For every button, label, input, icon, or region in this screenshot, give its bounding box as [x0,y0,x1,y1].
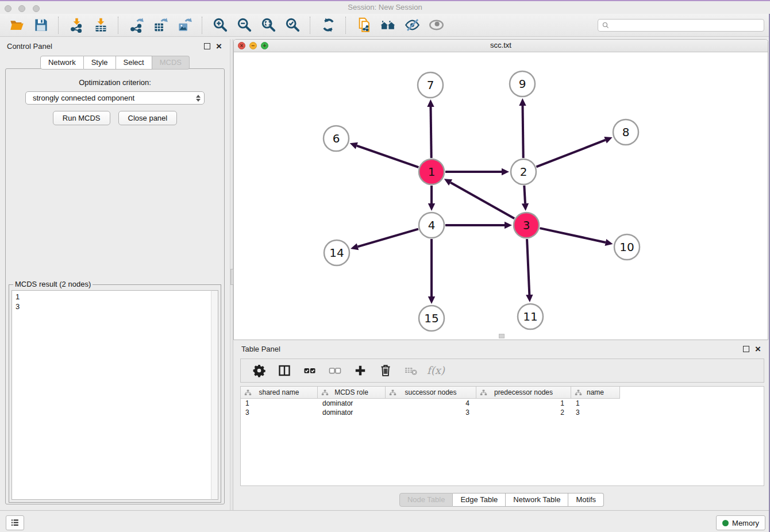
graph-edge-3-11[interactable] [527,239,529,295]
table-row[interactable]: 1dominator411 [241,399,764,408]
graph-edge-2-3[interactable] [524,186,525,203]
float-table-panel-icon[interactable] [743,346,749,352]
add-column-button[interactable] [350,361,371,380]
settings-gear-icon [252,364,266,377]
zoom-in-button[interactable] [208,16,232,35]
mcds-result-text[interactable]: 1 3 [11,290,218,500]
delete-table-button [401,361,421,380]
hierarchy-icon [480,390,487,396]
graph-edge-arrowhead [519,98,526,106]
hide-graphics-button[interactable] [400,16,424,35]
network-resize-handle[interactable] [499,334,505,338]
select-all-checkboxes-button[interactable] [299,361,320,380]
table-row[interactable]: 3dominator323 [241,408,764,417]
search-box[interactable] [598,19,764,32]
cell-MCDS-role[interactable]: dominator [318,399,386,407]
delete-rows-button[interactable] [375,361,396,380]
graph-edge-4-14[interactable] [357,229,418,247]
add-column-icon [353,364,367,377]
tab-motifs[interactable]: Motifs [568,493,604,507]
network-canvas[interactable]: 7968124314101511 [234,52,768,341]
cell-predecessor-nodes[interactable]: 2 [476,408,571,417]
memory-button[interactable]: Memory [716,515,765,530]
cell-shared-name[interactable]: 1 [241,399,318,407]
run-mcds-button[interactable]: Run MCDS [53,111,110,125]
graph-node-label: 9 [519,77,526,91]
column-header-shared-name[interactable]: shared name [241,387,318,398]
deselect-all-checkboxes-button[interactable] [325,361,345,380]
refresh-layout-button[interactable] [316,16,340,35]
column-header-predecessor-nodes[interactable]: predecessor nodes [476,387,571,398]
svg-text:f(x): f(x) [427,364,445,376]
graph-edge-1-6[interactable] [357,146,418,168]
graph-node-label: 15 [424,311,438,325]
graph-edge-3-10[interactable] [540,228,605,242]
tab-network[interactable]: Network [40,56,84,70]
float-panel-icon[interactable] [204,43,210,49]
show-graphics-button[interactable] [424,16,448,35]
graph-edge-arrowhead [428,203,435,211]
copy-network-button[interactable] [352,16,376,35]
zoom-selected-button[interactable] [280,16,305,35]
cell-name[interactable]: 1 [571,399,620,407]
export-image-button[interactable] [172,16,197,35]
hierarchy-icon [389,390,396,396]
control-panel-title: Control Panel [7,42,52,51]
network-minimize-icon[interactable]: − [249,42,257,49]
delete-rows-icon [379,364,392,377]
cell-MCDS-role[interactable]: dominator [318,408,386,417]
tab-style[interactable]: Style [84,56,116,70]
mcds-result-group: MCDS result (2 nodes) 1 3 [9,284,221,503]
settings-gear-button[interactable] [249,361,270,380]
zoom-fit-icon [261,17,276,33]
cell-name[interactable]: 3 [571,408,620,417]
column-label: MCDS role [334,388,368,396]
home-layout-button[interactable] [376,16,400,35]
open-folder-button[interactable] [5,16,29,35]
export-network-button[interactable] [124,16,148,35]
control-panel: Control Panel × NetworkStyleSelectMCDS O… [0,39,230,510]
open-folder-icon [9,17,25,33]
network-close-icon[interactable]: × [238,42,245,49]
close-table-panel-icon[interactable]: × [755,346,761,352]
cell-predecessor-nodes[interactable]: 1 [476,399,571,407]
export-table-button[interactable] [148,16,172,35]
tab-network-table[interactable]: Network Table [506,493,568,507]
graph-edge-1-7[interactable] [431,107,432,158]
criterion-dropdown[interactable]: strongly connected component [25,91,205,105]
column-header-MCDS-role[interactable]: MCDS role [318,387,386,398]
network-zoom-icon[interactable]: + [261,42,268,49]
tab-select[interactable]: Select [116,56,152,70]
close-panel-icon[interactable]: × [216,44,222,49]
tab-node-table[interactable]: Node Table [399,493,453,507]
graph-edge-2-8[interactable] [536,140,605,167]
cell-successor-nodes[interactable]: 3 [386,408,476,417]
task-history-button[interactable] [6,515,24,530]
zoom-out-button[interactable] [232,16,256,35]
close-panel-button[interactable]: Close panel [118,111,178,125]
mcds-result-scrollbar[interactable] [211,290,218,500]
zoom-fit-button[interactable] [256,16,280,35]
graph-edge-arrowhead [605,239,613,246]
import-table-icon [93,17,109,33]
cell-shared-name[interactable]: 3 [241,408,318,417]
search-input[interactable] [612,20,764,30]
status-bar: Memory [0,510,770,532]
column-header-name[interactable]: name [571,387,620,398]
import-table-button[interactable] [88,16,113,35]
graph-edge-3-1[interactable] [451,183,514,219]
import-network-button[interactable] [64,16,88,35]
window-minimize-icon[interactable] [18,5,25,12]
tab-edge-table[interactable]: Edge Table [453,493,506,507]
window-zoom-icon[interactable] [33,5,40,12]
column-header-successor-nodes[interactable]: successor nodes [386,387,476,398]
window-close-icon[interactable] [5,5,11,12]
optimization-criterion-label: Optimization criterion: [6,78,224,87]
tab-mcds[interactable]: MCDS [152,56,190,70]
cell-successor-nodes[interactable]: 4 [386,399,476,407]
split-panel-button[interactable] [274,361,295,380]
control-panel-tabs: NetworkStyleSelectMCDS [0,56,230,70]
graph-edge-2-9[interactable] [522,106,523,158]
save-session-button[interactable] [29,16,53,35]
export-image-icon [177,17,192,33]
